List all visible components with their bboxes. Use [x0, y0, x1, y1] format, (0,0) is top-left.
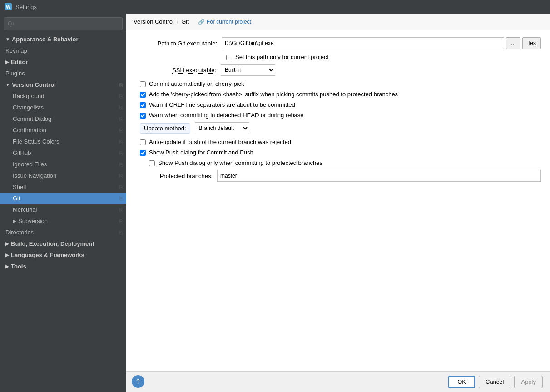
- sidebar-item-build[interactable]: ▶ Build, Execution, Deployment: [0, 238, 126, 249]
- set-path-row: Set this path only for current project: [135, 54, 541, 60]
- breadcrumb-part2: Git: [181, 18, 189, 25]
- cherry-suffix-label[interactable]: Add the 'cherry-picked from <hash>' suff…: [149, 91, 398, 98]
- sidebar: ▼ Appearance & Behavior Keymap ▶ Editor: [0, 14, 126, 392]
- path-row: Path to Git executable: ... Tes: [135, 37, 541, 49]
- breadcrumb: Version Control › Git 🔗 For current proj…: [126, 14, 550, 30]
- main-content: ▼ Appearance & Behavior Keymap ▶ Editor: [0, 14, 550, 392]
- show-push-protected-label[interactable]: Show Push dialog only when committing to…: [158, 159, 322, 166]
- protected-branches-input[interactable]: [217, 170, 541, 182]
- path-label: Path to Git executable:: [135, 40, 222, 47]
- protected-branches-label: Protected branches:: [140, 173, 213, 179]
- for-project-link[interactable]: 🔗 For current project: [198, 19, 251, 25]
- sidebar-item-commit-dialog[interactable]: Commit Dialog ⎘: [0, 113, 126, 124]
- sidebar-item-directories[interactable]: Directories ⎘: [0, 227, 126, 238]
- link-icon: 🔗: [198, 19, 205, 25]
- app-icon: W: [5, 3, 12, 10]
- sidebar-item-confirmation[interactable]: Confirmation ⎘: [0, 124, 126, 136]
- detached-label[interactable]: Warn when committing in detached HEAD or…: [149, 112, 304, 119]
- settings-window: W Settings ▼ Appearance & Behavior Keyma…: [0, 0, 550, 392]
- dialog-footer: ? OK Cancel Apply: [126, 371, 550, 392]
- sidebar-item-background[interactable]: Background ⎘: [0, 90, 126, 102]
- search-input[interactable]: [8, 20, 119, 27]
- ssh-dropdown[interactable]: Built-in Native: [221, 64, 275, 76]
- update-method-label: Update method:: [140, 123, 190, 134]
- detached-checkbox[interactable]: [140, 113, 146, 119]
- expand-icon: ▼: [5, 37, 10, 42]
- set-path-label[interactable]: Set this path only for current project: [235, 54, 328, 60]
- update-method-dropdown[interactable]: Branch default Merge Rebase: [195, 122, 249, 134]
- cancel-button[interactable]: Cancel: [479, 376, 510, 388]
- copy-icon-git: ⎘: [119, 196, 123, 201]
- auto-update-row: Auto-update if push of the current branc…: [135, 139, 541, 145]
- copy-icon-dirs: ⎘: [119, 230, 123, 235]
- expand-icon-svn: ▶: [13, 218, 16, 223]
- sidebar-item-languages[interactable]: ▶ Languages & Frameworks: [0, 249, 126, 261]
- expand-icon-vc: ▼: [5, 82, 10, 87]
- auto-update-label[interactable]: Auto-update if push of the current branc…: [149, 139, 291, 145]
- copy-icon-shelf: ⎘: [119, 184, 123, 190]
- sidebar-item-editor[interactable]: ▶ Editor: [0, 56, 126, 68]
- path-input[interactable]: [222, 37, 504, 49]
- content-panel: Version Control › Git 🔗 For current proj…: [126, 14, 550, 392]
- auto-update-checkbox[interactable]: [140, 139, 146, 145]
- breadcrumb-part1: Version Control: [134, 18, 174, 25]
- protected-branches-row: Protected branches:: [135, 170, 541, 182]
- browse-button[interactable]: ...: [506, 37, 520, 49]
- detached-row: Warn when committing in detached HEAD or…: [135, 112, 541, 119]
- sidebar-item-git[interactable]: Git ⎘: [0, 193, 126, 204]
- copy-icon-issue: ⎘: [119, 173, 123, 179]
- sidebar-item-tools[interactable]: ▶ Tools: [0, 261, 126, 272]
- show-push-label[interactable]: Show Push dialog for Commit and Push: [149, 149, 253, 156]
- sidebar-item-keymap[interactable]: Keymap: [0, 45, 126, 56]
- crlf-row: Warn if CRLF line separators are about t…: [135, 101, 541, 108]
- show-push-protected-row: Show Push dialog only when committing to…: [135, 159, 541, 166]
- search-box[interactable]: [4, 17, 123, 30]
- ssh-label: SSH executable:: [140, 67, 221, 74]
- sidebar-item-file-status[interactable]: File Status Colors ⎘: [0, 136, 126, 147]
- crlf-checkbox[interactable]: [140, 102, 146, 108]
- cherry-pick-checkbox[interactable]: [140, 81, 146, 87]
- expand-icon-build: ▶: [5, 241, 9, 246]
- ssh-row: SSH executable: Built-in Native: [135, 64, 541, 76]
- apply-button[interactable]: Apply: [514, 376, 543, 388]
- cherry-pick-suffix-row: Add the 'cherry-picked from <hash>' suff…: [135, 91, 541, 98]
- sidebar-item-subversion[interactable]: ▶ Subversion ⎘: [0, 215, 126, 227]
- sidebar-item-changelists[interactable]: Changelists ⎘: [0, 102, 126, 113]
- expand-icon-editor: ▶: [5, 60, 9, 65]
- ok-button[interactable]: OK: [448, 376, 475, 388]
- copy-icon-fsc: ⎘: [119, 139, 123, 144]
- copy-icon-changelists: ⎘: [119, 105, 123, 110]
- sidebar-item-issue-nav[interactable]: Issue Navigation ⎘: [0, 170, 126, 181]
- cherry-pick-label[interactable]: Commit automatically on cherry-pick: [149, 80, 244, 87]
- sidebar-item-shelf[interactable]: Shelf ⎘: [0, 181, 126, 193]
- cherry-pick-row: Commit automatically on cherry-pick: [135, 80, 541, 87]
- sidebar-item-ignored-files[interactable]: Ignored Files ⎘: [0, 159, 126, 170]
- sidebar-item-plugins[interactable]: Plugins: [0, 68, 126, 79]
- copy-icon-github: ⎘: [119, 150, 123, 156]
- expand-icon-tools: ▶: [5, 264, 9, 269]
- sidebar-item-mercurial[interactable]: Mercurial ⎘: [0, 204, 126, 215]
- copy-icon-conf: ⎘: [119, 128, 123, 133]
- test-button[interactable]: Tes: [522, 37, 541, 49]
- show-push-protected-checkbox[interactable]: [149, 160, 155, 166]
- sidebar-item-github[interactable]: GitHub ⎘: [0, 147, 126, 159]
- copy-icon-vc: ⎘: [119, 82, 123, 88]
- show-push-checkbox[interactable]: [140, 150, 146, 156]
- cherry-suffix-checkbox[interactable]: [140, 92, 146, 98]
- window-title: Settings: [15, 4, 37, 10]
- show-push-row: Show Push dialog for Commit and Push: [135, 149, 541, 156]
- copy-icon-bg: ⎘: [119, 94, 123, 99]
- set-path-checkbox[interactable]: [226, 55, 232, 60]
- copy-icon-mercurial: ⎘: [119, 207, 123, 213]
- breadcrumb-separator: ›: [177, 18, 178, 25]
- copy-icon-svn: ⎘: [119, 218, 123, 224]
- copy-icon-ignored: ⎘: [119, 162, 123, 167]
- crlf-label[interactable]: Warn if CRLF line separators are about t…: [149, 101, 295, 108]
- titlebar: W Settings: [0, 0, 550, 14]
- sidebar-item-appearance[interactable]: ▼ Appearance & Behavior: [0, 34, 126, 45]
- copy-icon-commit: ⎘: [119, 116, 123, 122]
- settings-area: Path to Git executable: ... Tes Set this…: [126, 30, 550, 371]
- expand-icon-lang: ▶: [5, 253, 9, 258]
- help-button[interactable]: ?: [132, 375, 144, 388]
- sidebar-item-version-control[interactable]: ▼ Version Control ⎘: [0, 79, 126, 90]
